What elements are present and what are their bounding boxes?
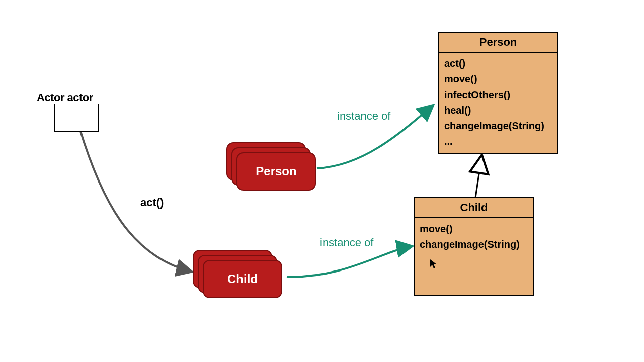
edge-label-instanceof-bottom: instance of (320, 236, 373, 249)
person-object-stack: Person (226, 142, 317, 191)
child-card-label: Child (227, 272, 258, 286)
uml-method: ... (444, 134, 552, 149)
uml-class-person-body: act() move() infectOthers() heal() chang… (439, 53, 557, 153)
edge-instanceof-child (287, 246, 412, 277)
actor-variable-label: Actor actor (37, 91, 93, 104)
uml-method: act() (444, 56, 552, 71)
uml-method: infectOthers() (444, 87, 552, 103)
edge-label-instanceof-top: instance of (337, 110, 390, 123)
uml-method: changeImage(String) (444, 118, 552, 134)
actor-reference-box (54, 104, 99, 132)
uml-method: changeImage(String) (420, 237, 528, 252)
uml-class-child: Child move() changeImage(String) (414, 197, 534, 296)
uml-class-child-title: Child (415, 198, 533, 218)
person-card-label: Person (256, 164, 296, 178)
cursor-icon (430, 259, 438, 269)
stack-card-front: Person (236, 152, 316, 191)
diagram-canvas: Actor actor act() Person instance of Chi… (0, 0, 644, 362)
edge-act (77, 120, 191, 272)
uml-class-person: Person act() move() infectOthers() heal(… (438, 32, 558, 154)
edge-inheritance-child-person (475, 157, 481, 198)
uml-method: move() (444, 71, 552, 87)
uml-method: heal() (444, 103, 552, 118)
child-object-stack: Child (193, 250, 283, 298)
edge-label-act: act() (140, 196, 164, 209)
uml-class-child-body: move() changeImage(String) (415, 218, 533, 256)
uml-class-person-title: Person (439, 33, 557, 53)
stack-card-front: Child (203, 260, 282, 298)
uml-method: move() (420, 221, 528, 237)
